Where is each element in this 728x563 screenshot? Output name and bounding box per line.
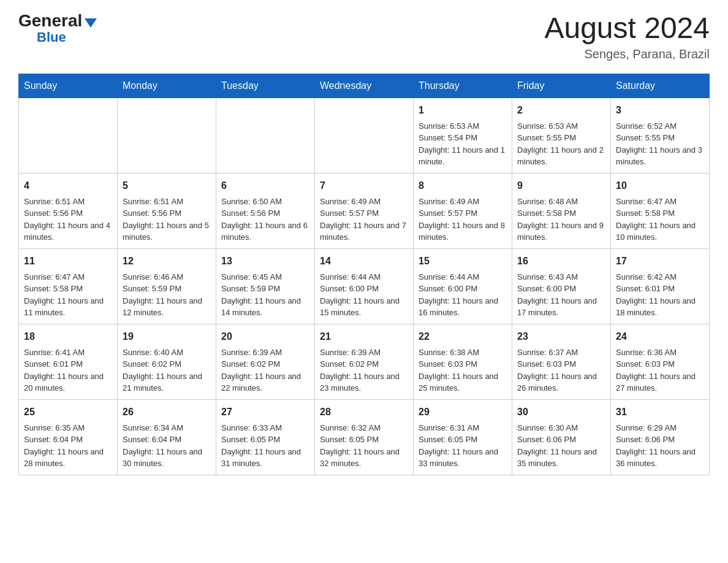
day-number: 3 (616, 103, 704, 118)
day-number: 26 (123, 405, 211, 419)
day-info: Sunrise: 6:33 AMSunset: 6:05 PMDaylight:… (221, 422, 309, 470)
day-info: Sunrise: 6:47 AMSunset: 5:58 PMDaylight:… (24, 271, 112, 319)
day-info: Sunrise: 6:34 AMSunset: 6:04 PMDaylight:… (123, 422, 211, 470)
calendar-cell: 27Sunrise: 6:33 AMSunset: 6:05 PMDayligh… (216, 399, 315, 475)
calendar-body: 1Sunrise: 6:53 AMSunset: 5:54 PMDaylight… (19, 98, 710, 475)
day-number: 17 (616, 254, 704, 269)
calendar-cell: 8Sunrise: 6:49 AMSunset: 5:57 PMDaylight… (414, 173, 512, 248)
day-info: Sunrise: 6:36 AMSunset: 6:03 PMDaylight:… (616, 347, 704, 394)
day-number: 1 (419, 103, 507, 118)
calendar-cell: 9Sunrise: 6:48 AMSunset: 5:58 PMDaylight… (512, 173, 611, 248)
day-number: 19 (123, 329, 211, 344)
calendar-cell: 13Sunrise: 6:45 AMSunset: 5:59 PMDayligh… (216, 248, 315, 324)
day-info: Sunrise: 6:51 AMSunset: 5:56 PMDaylight:… (123, 196, 211, 243)
title-block: August 2024 Senges, Parana, Brazil (544, 12, 710, 61)
col-wednesday: Wednesday (315, 74, 414, 98)
calendar-cell: 14Sunrise: 6:44 AMSunset: 6:00 PMDayligh… (315, 248, 414, 324)
calendar-cell (19, 98, 118, 173)
col-saturday: Saturday (611, 74, 710, 98)
day-info: Sunrise: 6:37 AMSunset: 6:03 PMDaylight:… (517, 347, 605, 394)
calendar-cell: 16Sunrise: 6:43 AMSunset: 6:00 PMDayligh… (512, 248, 611, 324)
day-number: 10 (616, 178, 704, 193)
week-row-1: 1Sunrise: 6:53 AMSunset: 5:54 PMDaylight… (19, 98, 710, 173)
day-number: 27 (221, 405, 309, 419)
calendar-cell: 30Sunrise: 6:30 AMSunset: 6:06 PMDayligh… (512, 399, 611, 475)
day-info: Sunrise: 6:31 AMSunset: 6:05 PMDaylight:… (419, 422, 507, 470)
day-info: Sunrise: 6:30 AMSunset: 6:06 PMDaylight:… (517, 422, 605, 470)
location: Senges, Parana, Brazil (544, 47, 710, 61)
calendar-cell: 24Sunrise: 6:36 AMSunset: 6:03 PMDayligh… (611, 324, 710, 399)
day-info: Sunrise: 6:42 AMSunset: 6:01 PMDaylight:… (616, 271, 704, 319)
calendar-cell: 3Sunrise: 6:52 AMSunset: 5:55 PMDaylight… (611, 98, 710, 173)
day-info: Sunrise: 6:43 AMSunset: 6:00 PMDaylight:… (517, 271, 605, 319)
calendar-cell: 2Sunrise: 6:53 AMSunset: 5:55 PMDaylight… (512, 98, 611, 173)
day-number: 2 (517, 103, 605, 118)
day-info: Sunrise: 6:53 AMSunset: 5:54 PMDaylight:… (419, 120, 507, 168)
day-info: Sunrise: 6:35 AMSunset: 6:04 PMDaylight:… (24, 422, 112, 470)
day-number: 28 (320, 405, 408, 419)
calendar-cell (118, 98, 216, 173)
day-number: 13 (221, 254, 309, 269)
day-number: 24 (616, 329, 704, 344)
page-header: General Blue August 2024 Senges, Parana,… (18, 12, 710, 61)
day-number: 4 (24, 178, 112, 193)
day-info: Sunrise: 6:51 AMSunset: 5:56 PMDaylight:… (24, 196, 112, 243)
calendar-table: Sunday Monday Tuesday Wednesday Thursday… (18, 74, 710, 475)
calendar-cell: 5Sunrise: 6:51 AMSunset: 5:56 PMDaylight… (118, 173, 216, 248)
calendar-cell: 22Sunrise: 6:38 AMSunset: 6:03 PMDayligh… (414, 324, 512, 399)
day-number: 31 (616, 405, 704, 419)
logo-blue-text: Blue (37, 29, 66, 45)
day-info: Sunrise: 6:44 AMSunset: 6:00 PMDaylight:… (320, 271, 408, 319)
calendar-header: Sunday Monday Tuesday Wednesday Thursday… (19, 74, 710, 98)
day-number: 9 (517, 178, 605, 193)
logo: General Blue (18, 12, 97, 45)
logo-triangle-icon (85, 18, 97, 28)
day-info: Sunrise: 6:46 AMSunset: 5:59 PMDaylight:… (123, 271, 211, 319)
day-number: 29 (419, 405, 507, 419)
calendar-cell: 4Sunrise: 6:51 AMSunset: 5:56 PMDaylight… (19, 173, 118, 248)
day-number: 22 (419, 329, 507, 344)
month-title: August 2024 (544, 12, 710, 45)
day-info: Sunrise: 6:49 AMSunset: 5:57 PMDaylight:… (419, 196, 507, 243)
day-number: 8 (419, 178, 507, 193)
day-info: Sunrise: 6:48 AMSunset: 5:58 PMDaylight:… (517, 196, 605, 243)
day-number: 23 (517, 329, 605, 344)
day-info: Sunrise: 6:44 AMSunset: 6:00 PMDaylight:… (419, 271, 507, 319)
col-sunday: Sunday (19, 74, 118, 98)
calendar-cell: 19Sunrise: 6:40 AMSunset: 6:02 PMDayligh… (118, 324, 216, 399)
header-row: Sunday Monday Tuesday Wednesday Thursday… (19, 74, 710, 98)
calendar-cell: 26Sunrise: 6:34 AMSunset: 6:04 PMDayligh… (118, 399, 216, 475)
day-info: Sunrise: 6:45 AMSunset: 5:59 PMDaylight:… (221, 271, 309, 319)
week-row-4: 18Sunrise: 6:41 AMSunset: 6:01 PMDayligh… (19, 324, 710, 399)
calendar-cell: 20Sunrise: 6:39 AMSunset: 6:02 PMDayligh… (216, 324, 315, 399)
calendar-cell: 11Sunrise: 6:47 AMSunset: 5:58 PMDayligh… (19, 248, 118, 324)
day-info: Sunrise: 6:47 AMSunset: 5:58 PMDaylight:… (616, 196, 704, 243)
calendar-cell: 21Sunrise: 6:39 AMSunset: 6:02 PMDayligh… (315, 324, 414, 399)
calendar-cell: 29Sunrise: 6:31 AMSunset: 6:05 PMDayligh… (414, 399, 512, 475)
day-number: 18 (24, 329, 112, 344)
day-info: Sunrise: 6:29 AMSunset: 6:06 PMDaylight:… (616, 422, 704, 470)
calendar-cell (315, 98, 414, 173)
calendar-cell: 17Sunrise: 6:42 AMSunset: 6:01 PMDayligh… (611, 248, 710, 324)
calendar-cell: 10Sunrise: 6:47 AMSunset: 5:58 PMDayligh… (611, 173, 710, 248)
day-number: 12 (123, 254, 211, 269)
day-info: Sunrise: 6:39 AMSunset: 6:02 PMDaylight:… (320, 347, 408, 394)
day-number: 5 (123, 178, 211, 193)
day-number: 11 (24, 254, 112, 269)
day-info: Sunrise: 6:38 AMSunset: 6:03 PMDaylight:… (419, 347, 507, 394)
day-number: 7 (320, 178, 408, 193)
week-row-2: 4Sunrise: 6:51 AMSunset: 5:56 PMDaylight… (19, 173, 710, 248)
day-number: 6 (221, 178, 309, 193)
day-number: 16 (517, 254, 605, 269)
day-info: Sunrise: 6:52 AMSunset: 5:55 PMDaylight:… (616, 120, 704, 168)
day-info: Sunrise: 6:49 AMSunset: 5:57 PMDaylight:… (320, 196, 408, 243)
day-number: 25 (24, 405, 112, 419)
calendar-cell: 6Sunrise: 6:50 AMSunset: 5:56 PMDaylight… (216, 173, 315, 248)
calendar-cell: 25Sunrise: 6:35 AMSunset: 6:04 PMDayligh… (19, 399, 118, 475)
col-friday: Friday (512, 74, 611, 98)
day-info: Sunrise: 6:40 AMSunset: 6:02 PMDaylight:… (123, 347, 211, 394)
calendar-cell: 12Sunrise: 6:46 AMSunset: 5:59 PMDayligh… (118, 248, 216, 324)
calendar-cell (216, 98, 315, 173)
calendar-cell: 31Sunrise: 6:29 AMSunset: 6:06 PMDayligh… (611, 399, 710, 475)
day-number: 15 (419, 254, 507, 269)
